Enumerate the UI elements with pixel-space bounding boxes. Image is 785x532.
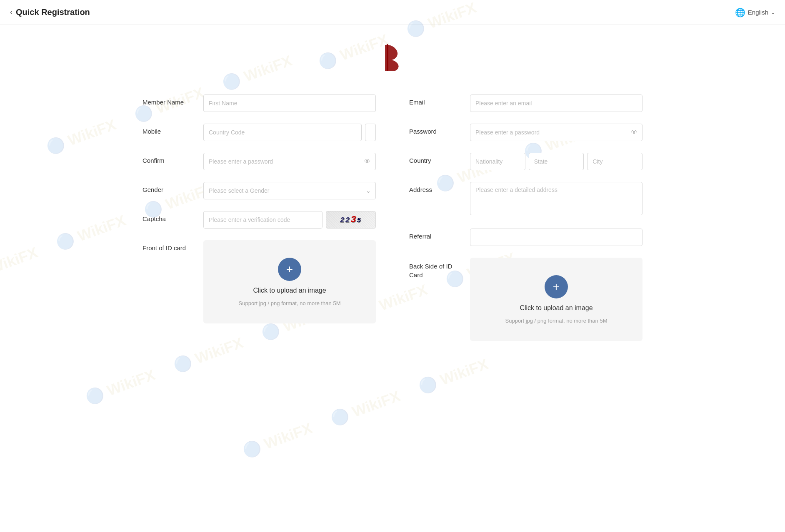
password-row: Password 👁 [409,124,642,141]
password-field: 👁 [470,124,642,141]
member-name-field [203,94,376,112]
back-id-upload-title: Click to upload an image [520,304,592,312]
language-selector[interactable]: 🌐 English ⌄ [735,7,775,17]
member-name-label: Member Name [142,94,197,106]
gender-label: Gender [142,182,197,193]
gender-field: Please select a Gender Male Female ⌄ [203,182,376,199]
mobile-number-input[interactable] [365,124,376,141]
mobile-label: Mobile [142,124,197,135]
captcha-label: Captcha [142,211,197,222]
email-input[interactable] [470,94,642,112]
plus-icon: + [286,263,293,276]
confirm-password-input[interactable] [203,153,376,170]
front-id-row: Front of ID card + Click to upload an im… [142,240,376,323]
back-id-upload-hint: Support jpg / png format, no more than 5… [505,318,608,324]
captcha-image[interactable]: 2235 [326,211,376,229]
country-field [470,153,642,170]
brand-logo [380,42,405,75]
password-label: Password [409,124,463,135]
captcha-wrapper: 2235 [203,211,376,229]
country-row: Country [409,153,642,170]
member-name-row: Member Name [142,94,376,112]
front-id-field: + Click to upload an image Support jpg /… [203,240,376,323]
referral-field [470,229,642,246]
gender-row: Gender Please select a Gender Male Femal… [142,182,376,199]
captcha-field: 2235 [203,211,376,229]
email-label: Email [409,94,463,106]
city-input[interactable] [587,153,642,170]
back-button[interactable]: ‹ Quick Registration [10,7,90,17]
captcha-text: 2235 [340,215,362,225]
address-label: Address [409,182,463,193]
password-wrapper: 👁 [470,124,642,141]
plus-icon-back: + [553,280,560,293]
front-id-upload-button[interactable]: + [278,258,301,281]
back-id-label: Back Side of ID Card [409,258,463,279]
referral-input[interactable] [470,229,642,246]
globe-icon: 🌐 [735,7,745,17]
country-wrapper [470,153,642,170]
front-id-upload-title: Click to upload an image [253,287,326,294]
gender-wrapper: Please select a Gender Male Female ⌄ [203,182,376,199]
back-id-upload-button[interactable]: + [545,275,568,298]
gender-select[interactable]: Please select a Gender Male Female [203,182,376,199]
mobile-field [203,124,376,141]
registration-form: Member Name Mobile Confirm [142,94,642,353]
back-id-field: + Click to upload an image Support jpg /… [470,258,642,341]
confirm-field: 👁 [203,153,376,170]
first-name-input[interactable] [203,94,376,112]
mobile-wrapper [203,124,376,141]
logo-container [142,42,642,75]
confirm-password-wrapper: 👁 [203,153,376,170]
referral-label: Referral [409,229,463,240]
address-row: Address [409,182,642,217]
front-id-upload-hint: Support jpg / png format, no more than 5… [239,300,341,306]
language-label: English [748,9,768,16]
mobile-row: Mobile [142,124,376,141]
back-id-row: Back Side of ID Card + Click to upload a… [409,258,642,341]
form-left-column: Member Name Mobile Confirm [142,94,376,353]
password-input[interactable] [470,124,642,141]
email-field [470,94,642,112]
form-right-column: Email Password 👁 Country [409,94,642,353]
address-field [470,182,642,217]
country-code-input[interactable] [203,124,362,141]
nationality-input[interactable] [470,153,525,170]
main-content: Member Name Mobile Confirm [118,25,668,386]
country-label: Country [409,153,463,164]
captcha-row: Captcha 2235 [142,211,376,229]
state-input[interactable] [529,153,584,170]
confirm-label: Confirm [142,153,197,164]
chevron-down-icon: ⌄ [771,10,775,15]
eye-icon[interactable]: 👁 [364,158,371,165]
email-row: Email [409,94,642,112]
confirm-password-row: Confirm 👁 [142,153,376,170]
back-id-upload-area[interactable]: + Click to upload an image Support jpg /… [470,258,642,341]
page-title: Quick Registration [16,7,90,17]
front-id-label: Front of ID card [142,240,197,251]
referral-row: Referral [409,229,642,246]
back-icon: ‹ [10,8,12,17]
header: ‹ Quick Registration 🌐 English ⌄ [0,0,785,25]
front-id-upload-area[interactable]: + Click to upload an image Support jpg /… [203,240,376,323]
captcha-input[interactable] [203,211,322,229]
password-eye-icon[interactable]: 👁 [631,129,638,136]
address-textarea[interactable] [470,182,642,215]
